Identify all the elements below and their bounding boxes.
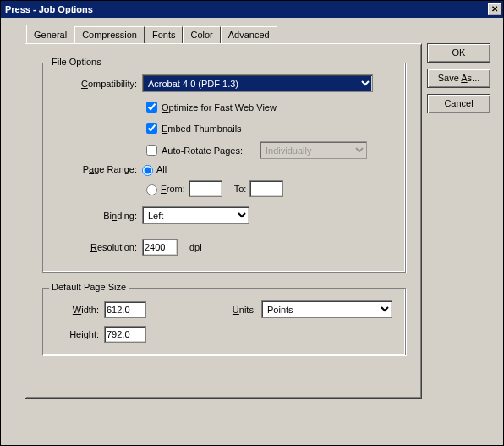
titlebar: Press - Job Options ✕	[1, 1, 503, 18]
units-select[interactable]: Points	[261, 300, 392, 318]
ok-button[interactable]: OK	[427, 43, 490, 63]
cancel-button[interactable]: Cancel	[427, 94, 490, 113]
save-as-button[interactable]: Save As...	[427, 69, 490, 88]
tab-general[interactable]: General	[26, 25, 74, 43]
optimize-label: Optimize for Fast Web View	[162, 102, 277, 113]
from-input[interactable]	[189, 180, 222, 197]
width-label: Width:	[68, 305, 99, 315]
embed-label: Embed Thumbnails	[162, 124, 242, 134]
tab-color[interactable]: Color	[183, 26, 220, 44]
autorotate-label: Auto-Rotate Pages:	[162, 146, 243, 156]
tab-fonts[interactable]: Fonts	[145, 26, 184, 44]
dpi-label: dpi	[189, 242, 202, 252]
default-page-size-legend: Default Page Size	[49, 282, 129, 292]
close-button[interactable]: ✕	[488, 3, 501, 15]
tab-advanced[interactable]: Advanced	[221, 26, 277, 44]
tab-compression[interactable]: Compression	[74, 26, 145, 44]
groupbox-file-options: File Options Compatibility: Acrobat 4.0 …	[42, 63, 406, 273]
binding-label: Binding:	[52, 211, 137, 221]
window-title: Press - Job Options	[3, 4, 488, 14]
optimize-checkbox[interactable]	[146, 102, 157, 113]
height-label: Height:	[68, 329, 99, 339]
all-label: All	[156, 164, 167, 174]
page-range-all-radio[interactable]	[142, 165, 153, 176]
to-label: To:	[234, 184, 247, 194]
height-input[interactable]	[104, 326, 146, 343]
side-buttons: OK Save As... Cancel	[427, 43, 490, 113]
autorotate-select: Individually	[260, 141, 367, 159]
width-input[interactable]	[104, 301, 146, 318]
embed-checkbox[interactable]	[146, 123, 157, 134]
groupbox-default-page-size: Default Page Size Width: Units: Points H…	[42, 288, 406, 355]
resolution-input[interactable]	[142, 239, 178, 256]
page-range-from-radio[interactable]	[146, 184, 157, 195]
file-options-legend: File Options	[49, 57, 104, 67]
compatibility-label: Compatibility:	[52, 79, 137, 89]
from-label: From:	[161, 184, 185, 194]
units-label: Units:	[180, 305, 256, 315]
tab-panel-general: File Options Compatibility: Acrobat 4.0 …	[25, 43, 422, 399]
tab-strip: General Compression Fonts Color Advanced	[26, 26, 277, 44]
binding-select[interactable]: Left	[142, 206, 249, 224]
resolution-label: Resolution:	[52, 242, 137, 252]
page-range-label: Page Range:	[52, 164, 137, 174]
autorotate-checkbox[interactable]	[146, 145, 157, 156]
to-input[interactable]	[249, 180, 283, 197]
compatibility-select[interactable]: Acrobat 4.0 (PDF 1.3)	[142, 74, 373, 92]
dialog-window: Press - Job Options ✕ General Compressio…	[0, 0, 504, 446]
